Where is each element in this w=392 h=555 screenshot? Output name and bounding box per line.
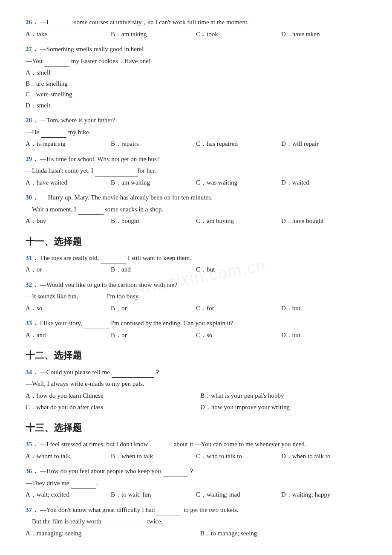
q26-optD: D．have taken bbox=[281, 29, 358, 40]
question-34: 34． —Could you please tell me ？ —Well, I… bbox=[26, 367, 366, 413]
q33-line: I like your story, I'm confused by the e… bbox=[40, 320, 233, 327]
q28-line2: —He my bike. bbox=[26, 129, 91, 136]
q34-optC: C．what do you do after class bbox=[26, 402, 192, 413]
q26-optB: B．am taking bbox=[111, 29, 187, 40]
section-11-title: 十一、选择题 bbox=[26, 234, 366, 249]
q34-optA: A．how do you learn Chinese bbox=[26, 390, 192, 402]
q30-options: A．buy B．bought C．am buying D．have bought bbox=[26, 216, 366, 227]
q33-optB: B．or bbox=[111, 330, 187, 341]
q26-num: 26． bbox=[26, 19, 38, 26]
q31-line: The toys are really old, I still want to… bbox=[40, 254, 191, 261]
q31-options: A．or B．and C．but bbox=[26, 264, 366, 275]
q32-num: 32． bbox=[26, 281, 38, 288]
question-30: 30． — Hurry up, Mary. The movie has alre… bbox=[26, 192, 366, 227]
q28-optD: D．will repair bbox=[281, 139, 358, 150]
q27-optA: A．smell bbox=[26, 67, 366, 78]
q37-optA: A．managing; seeing bbox=[26, 528, 192, 539]
q31-optB: B．and bbox=[111, 264, 187, 275]
q30-num: 30． bbox=[26, 194, 38, 201]
q36-options: A．wait; excited B．to wait; fun C．waiting… bbox=[26, 489, 366, 500]
section-13-title: 十三、选择题 bbox=[26, 420, 366, 436]
q35-line: —I feel stressed at times, but I don't k… bbox=[40, 441, 306, 448]
q28-optC: C．has repaired bbox=[196, 139, 273, 150]
q29-optA: A．have waited bbox=[26, 177, 102, 188]
section-12-title: 十二、选择题 bbox=[26, 347, 366, 363]
q32-optC: C．for bbox=[196, 303, 273, 314]
q31-optA: A．or bbox=[26, 264, 102, 275]
q31-num: 31． bbox=[26, 254, 38, 261]
q36-optC: C．waiting; mad bbox=[196, 489, 273, 500]
question-27: 27． —Something smells really good in her… bbox=[26, 44, 366, 111]
question-33: 33． I like your story, I'm confused by t… bbox=[26, 318, 366, 341]
q36-line1: —How do you feel about people who keep y… bbox=[40, 468, 195, 474]
q26-optC: C．took bbox=[196, 29, 273, 40]
q32-line2: —It sounds like fun, I'm too busy. bbox=[26, 293, 140, 300]
q35-optC: C．who to talk to bbox=[196, 451, 273, 462]
q35-optB: B．when to talk bbox=[111, 451, 187, 462]
q29-optD: D．waited bbox=[281, 177, 358, 188]
question-32: 32． —Would you like to go to the cartoon… bbox=[26, 280, 366, 314]
q35-optD: D．when to talk to bbox=[281, 451, 358, 462]
q32-optA: A．so bbox=[26, 303, 102, 314]
q37-line1: —You don't know what great difficulty I … bbox=[40, 506, 239, 513]
q36-optA: A．wait; excited bbox=[26, 489, 102, 500]
q27-line1: —Something smells really good in here! bbox=[40, 46, 144, 52]
q28-line1: —Tom, where is your father? bbox=[40, 117, 115, 124]
q30-optB: B．bought bbox=[111, 216, 187, 227]
q37-optB: B．to manage; seeing bbox=[200, 528, 366, 539]
q27-optD: D．smelt bbox=[26, 100, 366, 111]
q34-options: A．how do you learn Chinese B．what is you… bbox=[26, 390, 366, 413]
q34-line2: —Well, I always write e-mails to my pen … bbox=[26, 380, 144, 387]
q30-optD: D．have bought bbox=[281, 216, 358, 227]
q29-line2: —Linda hasn't come yet. I for her. bbox=[26, 167, 156, 174]
q29-options: A．have waited B．am waiting C．was waiting… bbox=[26, 177, 366, 188]
q36-optD: D．waiting; happy bbox=[281, 489, 358, 500]
q35-optA: A．whom to talk bbox=[26, 451, 102, 462]
q37-num: 37． bbox=[26, 506, 38, 513]
q30-line1: — Hurry up, Mary. The movie has already … bbox=[40, 194, 213, 201]
q33-num: 33． bbox=[26, 320, 38, 327]
q36-num: 36． bbox=[26, 468, 38, 474]
q34-num: 34． bbox=[26, 369, 38, 376]
q34-optD: D．how you improve your writing bbox=[200, 402, 366, 413]
q33-options: A．and B．or C．so D．but bbox=[26, 330, 366, 341]
q37-options: A．managing; seeing B．to manage; seeing bbox=[26, 528, 366, 539]
q26-optA: A．take bbox=[26, 29, 102, 40]
q34-optB: B．what is your pen pal's hobby bbox=[200, 390, 366, 402]
q30-optC: C．am buying bbox=[196, 216, 273, 227]
q27-optB: B．are smelling bbox=[26, 78, 366, 90]
question-26: 26． —Isome courses at university，so I ca… bbox=[26, 17, 366, 40]
q30-optA: A．buy bbox=[26, 216, 102, 227]
question-29: 29． —It's time for school. Why not get o… bbox=[26, 154, 366, 188]
q32-line1: —Would you like to go to the cartoon sho… bbox=[40, 281, 177, 288]
question-36: 36． —How do you feel about people who ke… bbox=[26, 466, 366, 500]
q36-optB: B．to wait; fun bbox=[111, 489, 187, 500]
q28-optA: A．is repairing bbox=[26, 139, 102, 150]
q32-optD: D．but bbox=[281, 303, 358, 314]
q32-optB: B．or bbox=[111, 303, 187, 314]
q27-options: A．smell B．are smelling C．were smelling D… bbox=[26, 67, 366, 111]
q35-options: A．whom to talk B．when to talk C．who to t… bbox=[26, 451, 366, 462]
q29-optB: B．am waiting bbox=[111, 177, 187, 188]
question-37: 37． —You don't know what great difficult… bbox=[26, 505, 366, 539]
q29-line1: —It's time for school. Why not get on th… bbox=[40, 156, 160, 162]
q31-optC: C．but bbox=[196, 264, 273, 275]
question-28: 28． —Tom, where is your father? —He my b… bbox=[26, 115, 366, 150]
q29-optC: C．was waiting bbox=[196, 177, 273, 188]
q35-num: 35． bbox=[26, 441, 38, 448]
q37-line2: —But the film is really worth twice. bbox=[26, 518, 163, 525]
q28-optB: B．repairs bbox=[111, 139, 187, 150]
q27-line2: —You my Easter cookies．Have one! bbox=[26, 58, 151, 64]
q30-line2: —Wait a moment. I some snacks in a shop. bbox=[26, 206, 163, 213]
question-35: 35． —I feel stressed at times, but I don… bbox=[26, 439, 366, 462]
q26-text: —Isome courses at university，so I can't … bbox=[40, 19, 249, 26]
q32-options: A．so B．or C．for D．but bbox=[26, 303, 366, 314]
q36-line2: —They drive me . bbox=[26, 480, 98, 486]
q26-options: A．take B．am taking C．took D．have taken bbox=[26, 29, 366, 40]
q29-num: 29． bbox=[26, 156, 38, 162]
q27-optC: C．were smelling bbox=[26, 89, 366, 100]
q28-num: 28． bbox=[26, 117, 38, 124]
q34-line1: —Could you please tell me ？ bbox=[40, 369, 161, 376]
q28-options: A．is repairing B．repairs C．has repaired … bbox=[26, 139, 366, 150]
q33-optD: D．but bbox=[281, 330, 358, 341]
